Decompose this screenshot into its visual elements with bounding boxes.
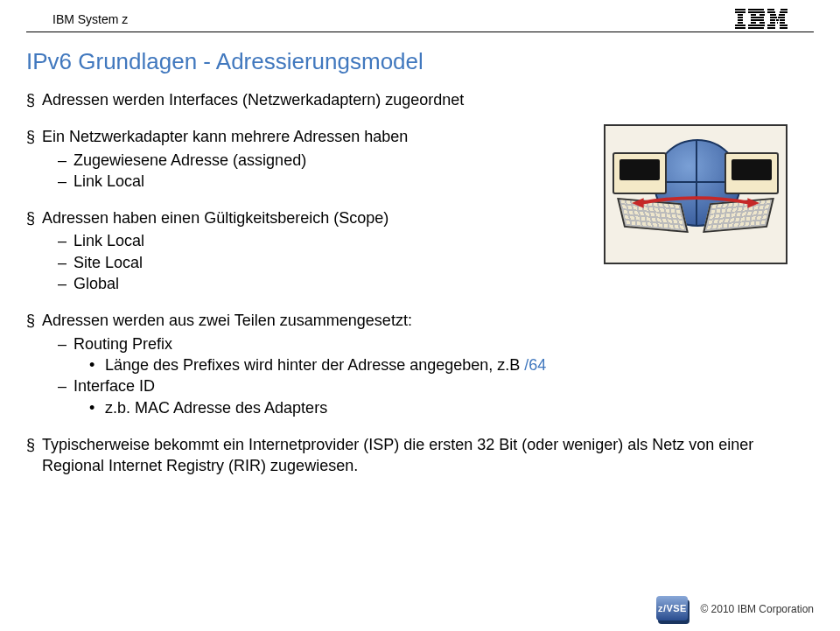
svg-rect-14 (751, 22, 756, 24)
svg-marker-37 (747, 198, 760, 208)
svg-rect-10 (751, 14, 756, 16)
svg-rect-25 (778, 17, 785, 18)
svg-rect-19 (780, 9, 788, 11)
bullet-item: § Adressen haben einen Gültigkeitsbereic… (26, 207, 586, 228)
svg-rect-16 (748, 25, 765, 26)
svg-rect-5 (738, 22, 743, 24)
network-clipart (604, 124, 788, 264)
sub-item: –Zugewiesene Adresse (assigned) (26, 150, 586, 171)
svg-rect-12 (751, 17, 764, 18)
monitor-icon (724, 152, 779, 194)
slide-header: IBM System z (26, 0, 814, 32)
svg-rect-29 (770, 22, 775, 24)
sub-sub-item: • Länge des Prefixes wird hinter der Adr… (26, 354, 788, 375)
svg-rect-1 (735, 11, 746, 13)
product-name: IBM System z (52, 12, 128, 26)
ibm-logo (735, 9, 788, 30)
bullet-text: Adressen haben einen Gültigkeitsbereich … (42, 207, 388, 228)
svg-rect-9 (748, 11, 765, 13)
svg-rect-28 (780, 19, 785, 21)
svg-rect-33 (780, 25, 788, 26)
svg-rect-30 (777, 22, 778, 24)
bullet-item: § Typischerweise bekommt ein Internetpro… (26, 434, 788, 477)
svg-rect-23 (779, 14, 785, 16)
svg-rect-4 (738, 19, 743, 21)
svg-rect-22 (770, 14, 776, 16)
bullet-item: § Adressen werden aus zwei Teilen zusamm… (26, 310, 788, 331)
bullet-text: Adressen werden Interfaces (Netzwerkadap… (42, 89, 464, 110)
svg-rect-15 (760, 22, 765, 24)
svg-rect-27 (776, 19, 779, 21)
svg-rect-31 (780, 22, 785, 24)
copyright-text: © 2010 IBM Corporation (700, 603, 814, 615)
svg-rect-20 (767, 11, 775, 13)
svg-rect-21 (780, 11, 788, 13)
slide-content: § Adressen werden Interfaces (Netzwerkad… (0, 89, 840, 476)
sub-item: –Global (26, 273, 586, 294)
svg-rect-0 (735, 9, 746, 11)
bullet-text: Ein Netzwerkadapter kann mehrere Adresse… (42, 126, 408, 147)
svg-rect-32 (767, 25, 775, 26)
sub-item: –Routing Prefix (26, 333, 788, 354)
bullet-item: § Adressen werden Interfaces (Netzwerkad… (26, 89, 586, 110)
sub-item: –Interface ID (26, 375, 788, 396)
slide-title: IPv6 Grundlagen - Adressierungsmodel (0, 32, 840, 89)
arrow-icon (632, 194, 760, 212)
sub-sub-item: •z.b. MAC Adresse des Adapters (26, 397, 788, 418)
svg-marker-36 (632, 198, 644, 208)
svg-rect-18 (767, 9, 774, 11)
sub-item: –Link Local (26, 230, 586, 251)
svg-rect-6 (735, 25, 746, 26)
svg-rect-24 (770, 17, 777, 18)
bullet-item: § Ein Netzwerkadapter kann mehrere Adres… (26, 126, 586, 147)
svg-rect-26 (770, 19, 775, 21)
svg-rect-2 (738, 14, 743, 16)
svg-rect-7 (735, 27, 746, 29)
svg-rect-17 (748, 27, 764, 29)
svg-rect-13 (751, 19, 764, 21)
sub-item: –Link Local (26, 171, 586, 192)
vse-badge: z/VSE (656, 594, 691, 624)
svg-rect-3 (738, 17, 743, 18)
svg-rect-11 (760, 14, 765, 16)
slide-footer: z/VSE © 2010 IBM Corporation (656, 594, 814, 624)
monitor-icon (612, 152, 667, 194)
svg-rect-8 (748, 9, 764, 11)
sub-item: –Site Local (26, 252, 586, 273)
prefix-example: /64 (524, 356, 546, 374)
svg-rect-34 (767, 27, 775, 29)
svg-rect-35 (780, 27, 788, 29)
bullet-text: Typischerweise bekommt ein Internetprovi… (42, 434, 788, 477)
bullet-text: Adressen werden aus zwei Teilen zusammen… (42, 310, 412, 331)
